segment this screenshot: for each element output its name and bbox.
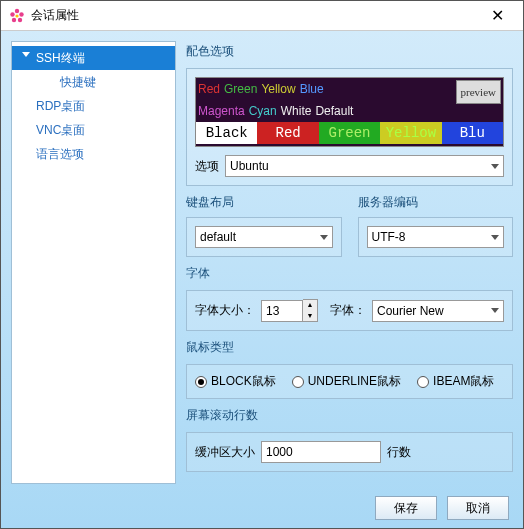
svg-point-4 xyxy=(10,12,14,16)
mouse-radio-2[interactable]: IBEAM鼠标 xyxy=(417,373,494,390)
keyboard-layout-value: default xyxy=(200,230,236,244)
color-scheme-value: Ubuntu xyxy=(230,159,269,173)
encoding-value: UTF-8 xyxy=(372,230,406,244)
sidebar: SSH终端快捷键RDP桌面VNC桌面语言选项 xyxy=(11,41,176,484)
chevron-down-icon xyxy=(320,235,328,240)
color-option-row: 选项 Ubuntu xyxy=(195,155,504,177)
save-button[interactable]: 保存 xyxy=(375,496,437,520)
chevron-down-icon xyxy=(491,308,499,313)
color-option-label: 选项 xyxy=(195,158,219,175)
color-scheme-combo[interactable]: Ubuntu xyxy=(225,155,504,177)
section-encoding-label: 服务器编码 xyxy=(358,192,514,213)
color-bar-cell: Black xyxy=(196,122,257,144)
chevron-down-icon xyxy=(491,164,499,169)
section-keyboard-label: 键盘布局 xyxy=(186,192,342,213)
sidebar-item-1[interactable]: 快捷键 xyxy=(12,70,175,94)
section-scroll-label: 屏幕滚动行数 xyxy=(186,405,513,426)
buffer-size-field[interactable] xyxy=(261,441,381,463)
color-bar-cell: Blu xyxy=(442,122,503,144)
font-family-value: Courier New xyxy=(377,304,444,318)
sidebar-item-label: 语言选项 xyxy=(36,147,84,161)
color-preview-box: preview RedGreenYellowBlue MagentaCyanWh… xyxy=(195,77,504,147)
font-family-label: 字体： xyxy=(330,302,366,319)
close-button[interactable]: ✕ xyxy=(479,6,515,25)
color-bar-cell: Red xyxy=(257,122,318,144)
buffer-unit: 行数 xyxy=(387,444,411,461)
step-up-icon[interactable]: ▲ xyxy=(303,300,317,311)
sidebar-item-4[interactable]: 语言选项 xyxy=(12,142,175,166)
cancel-button[interactable]: 取消 xyxy=(447,496,509,520)
section-mouse-label: 鼠标类型 xyxy=(186,337,513,358)
title-bar: 会话属性 ✕ xyxy=(1,1,523,31)
svg-point-5 xyxy=(15,14,18,17)
radio-label: UNDERLINE鼠标 xyxy=(308,373,401,390)
svg-point-0 xyxy=(15,8,19,12)
window-title: 会话属性 xyxy=(31,7,479,24)
sidebar-item-label: 快捷键 xyxy=(60,75,96,89)
sidebar-item-label: SSH终端 xyxy=(36,51,85,65)
mouse-radio-1[interactable]: UNDERLINE鼠标 xyxy=(292,373,401,390)
section-font-label: 字体 xyxy=(186,263,513,284)
buffer-label: 缓冲区大小 xyxy=(195,444,255,461)
step-down-icon[interactable]: ▼ xyxy=(303,311,317,322)
radio-icon xyxy=(195,376,207,388)
color-swatch: Cyan xyxy=(247,100,279,122)
chevron-down-icon xyxy=(22,52,30,57)
encoding-combo[interactable]: UTF-8 xyxy=(367,226,505,248)
color-group: preview RedGreenYellowBlue MagentaCyanWh… xyxy=(186,68,513,186)
sidebar-item-label: RDP桌面 xyxy=(36,99,85,113)
app-icon xyxy=(9,8,25,24)
svg-point-1 xyxy=(19,12,23,16)
radio-label: BLOCK鼠标 xyxy=(211,373,276,390)
radio-icon xyxy=(417,376,429,388)
sidebar-item-label: VNC桌面 xyxy=(36,123,85,137)
font-family-combo[interactable]: Courier New xyxy=(372,300,504,322)
color-swatch: Default xyxy=(313,100,355,122)
svg-point-2 xyxy=(18,17,22,21)
keyboard-layout-combo[interactable]: default xyxy=(195,226,333,248)
content-area: SSH终端快捷键RDP桌面VNC桌面语言选项 配色选项 preview RedG… xyxy=(1,31,523,488)
color-swatch: Red xyxy=(196,78,222,100)
color-swatch: Magenta xyxy=(196,100,247,122)
radio-label: IBEAM鼠标 xyxy=(433,373,494,390)
main-panel: 配色选项 preview RedGreenYellowBlue MagentaC… xyxy=(186,41,513,484)
sidebar-item-3[interactable]: VNC桌面 xyxy=(12,118,175,142)
mouse-radio-0[interactable]: BLOCK鼠标 xyxy=(195,373,276,390)
svg-point-3 xyxy=(12,17,16,21)
color-swatch: Blue xyxy=(298,78,326,100)
preview-badge: preview xyxy=(456,80,501,104)
color-swatch: Green xyxy=(222,78,259,100)
color-bar-cell: Green xyxy=(319,122,380,144)
color-bar-cell: Yellow xyxy=(380,122,441,144)
color-swatch: Yellow xyxy=(259,78,297,100)
font-size-value[interactable]: 13 xyxy=(261,300,303,322)
footer: 保存 取消 xyxy=(1,488,523,528)
sidebar-item-0[interactable]: SSH终端 xyxy=(12,46,175,70)
radio-icon xyxy=(292,376,304,388)
color-swatch: White xyxy=(279,100,314,122)
font-size-label: 字体大小： xyxy=(195,302,255,319)
sidebar-item-2[interactable]: RDP桌面 xyxy=(12,94,175,118)
font-size-stepper[interactable]: 13 ▲▼ xyxy=(261,299,318,322)
section-color-label: 配色选项 xyxy=(186,41,513,62)
chevron-down-icon xyxy=(491,235,499,240)
